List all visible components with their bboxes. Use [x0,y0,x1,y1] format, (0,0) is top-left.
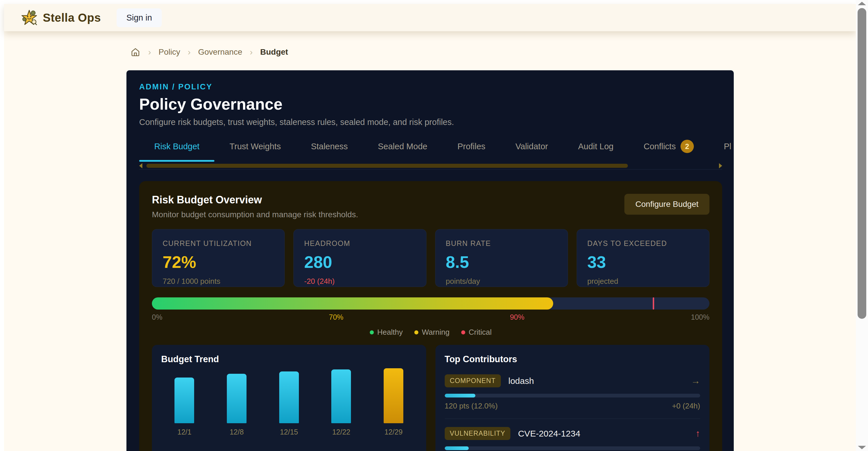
tab-scrollbar [139,163,722,168]
breadcrumb: › Policy › Governance › Budget [130,47,288,57]
contributor-delta: +0 (24h) [672,401,700,411]
bar-group: 12/22 [319,369,363,436]
stat-value: 33 [587,252,699,271]
overview-header-text: Risk Budget Overview Monitor budget cons… [152,194,358,219]
bar-label: 12/29 [384,428,403,436]
stat-sub: -20 (24h) [304,277,415,286]
tab-trust-weights[interactable]: Trust Weights [214,140,296,160]
stat-label: HEADROOM [304,239,415,248]
stat-card-days-to-exceeded: DAYS TO EXCEEDED 33 projected [577,229,709,287]
bar-label: 12/22 [332,428,350,436]
breadcrumb-governance[interactable]: Governance [198,47,243,57]
trend-bar [279,372,299,423]
contributor-stats: 120 pts (12.0%) +0 (24h) [445,401,701,411]
utilization-fill [152,297,553,310]
tick-70: 70% [329,313,343,321]
bar-label: 12/8 [230,428,244,436]
breadcrumb-separator: › [188,47,191,57]
critical-dot-icon [461,330,465,334]
eyebrow-label: ADMIN / POLICY [139,83,722,91]
budget-trend-chart: 12/1 12/8 12/15 12/22 [158,370,420,436]
bar-group: 12/15 [267,372,311,436]
configure-budget-button[interactable]: Configure Budget [624,194,709,215]
contributor-progress-track [445,394,701,397]
stat-sub: points/day [446,277,557,286]
scrollbar-down-arrow-icon[interactable] [858,446,866,449]
stat-card-burn-rate: BURN RATE 8.5 points/day [435,229,568,287]
top-contributors-panel: Top Contributors COMPONENT lodash → [435,345,710,451]
legend-healthy: Healthy [370,328,403,337]
tab-scrollbar-thumb[interactable] [146,164,628,168]
contributor-points: 120 pts (12.0%) [445,401,498,411]
tab-bar: Risk Budget Trust Weights Staleness Seal… [139,140,722,160]
tab-label: Staleness [311,142,348,151]
budget-trend-panel: Budget Trend 12/1 12/8 12/15 [152,345,426,451]
contributor-type-badge: COMPONENT [445,374,501,387]
breadcrumb-policy[interactable]: Policy [159,47,180,57]
page-subtitle: Configure risk budgets, trust weights, s… [139,118,722,127]
tab-scroll-right-arrow-icon[interactable] [719,163,722,168]
contributor-type-badge: VULNERABILITY [445,427,511,440]
browser-scrollbar [856,0,868,451]
scrollbar-thumb[interactable] [858,8,866,319]
tab-label: Validator [516,142,548,151]
contributor-row[interactable]: COMPONENT lodash → [445,374,701,387]
stat-sub: 720 / 1000 points [163,277,274,286]
contributor-item-lodash: COMPONENT lodash → 120 pts (12.0%) +0 (2… [445,374,701,419]
tab-label: Sealed Mode [378,142,427,151]
bar-group: 12/29 [372,368,415,436]
tab-risk-budget[interactable]: Risk Budget [139,140,214,160]
bar-label: 12/1 [177,428,191,436]
tab-scrollbar-track[interactable] [144,163,717,168]
contributor-progress-track [445,446,701,450]
policy-governance-panel: ADMIN / POLICY Policy Governance Configu… [126,70,734,451]
tab-label: Conflicts [644,142,676,151]
budget-trend-title: Budget Trend [161,354,420,364]
legend-label: Warning [422,328,450,337]
contributor-name: CVE-2024-1234 [518,429,580,439]
overview-subtitle: Monitor budget consumption and manage ri… [152,210,358,219]
contributor-item-cve: VULNERABILITY CVE-2024-1234 ↑ 95 pts (9.… [445,427,701,451]
divider [445,419,701,419]
stat-sub: projected [587,277,699,286]
trend-bar [384,368,403,423]
tick-100: 100% [691,313,709,321]
overview-header: Risk Budget Overview Monitor budget cons… [152,194,709,219]
trend-bar [175,378,194,423]
stat-value: 72% [163,252,274,271]
healthy-dot-icon [370,330,374,334]
sign-in-button[interactable]: Sign in [117,8,162,27]
page: Stella Ops Sign in › Policy › Governance… [0,0,868,451]
brand[interactable]: Stella Ops [21,9,101,26]
breadcrumb-budget: Budget [260,47,288,57]
tab-sealed-mode[interactable]: Sealed Mode [363,140,442,160]
overview-title: Risk Budget Overview [152,194,358,206]
tab-profiles[interactable]: Profiles [442,140,500,160]
stat-cards: CURRENT UTILIZATION 72% 720 / 1000 point… [152,229,709,287]
contributor-progress-fill [445,446,469,450]
tab-scroll-left-arrow-icon[interactable] [139,163,142,168]
star-mascot-logo-icon [21,9,38,26]
tab-label: Risk Budget [154,142,199,151]
tabs-divider [139,169,722,169]
scrollbar-up-arrow-icon[interactable] [858,2,866,5]
stat-label: BURN RATE [446,239,557,248]
contributor-row[interactable]: VULNERABILITY CVE-2024-1234 ↑ [445,427,701,440]
critical-threshold-marker [653,297,654,310]
stat-card-current-utilization: CURRENT UTILIZATION 72% 720 / 1000 point… [152,229,285,287]
arrow-right-icon: → [691,376,700,386]
tab-conflicts[interactable]: Conflicts 2 [628,140,709,160]
tab-staleness[interactable]: Staleness [296,140,363,160]
top-contributors-title: Top Contributors [445,354,703,364]
stat-label: DAYS TO EXCEEDED [587,239,699,248]
contributor-list: COMPONENT lodash → 120 pts (12.0%) +0 (2… [445,374,701,451]
tab-audit-log[interactable]: Audit Log [563,140,629,160]
stat-card-headroom: HEADROOM 280 -20 (24h) [293,229,426,287]
tab-clipped[interactable]: Pl [709,140,734,160]
home-icon[interactable] [130,47,141,57]
tab-label: Pl [724,142,732,151]
tab-validator[interactable]: Validator [500,140,563,160]
stat-value: 280 [304,252,415,271]
breadcrumb-separator: › [250,47,253,57]
stat-value: 8.5 [446,252,557,271]
